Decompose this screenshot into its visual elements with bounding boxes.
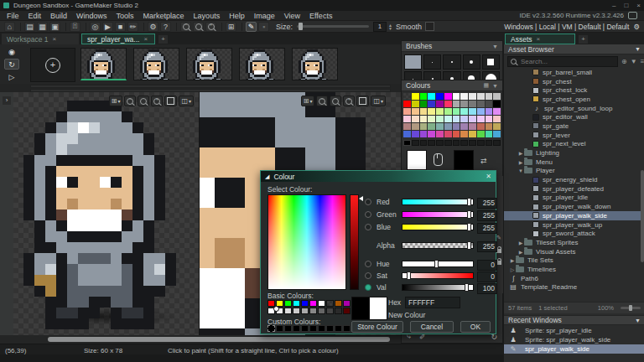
zoom-in-button[interactable]: + (151, 96, 163, 106)
custom-swatch-slot[interactable] (444, 140, 452, 146)
menu-item-view[interactable]: View (284, 12, 300, 20)
palette-swatch[interactable] (493, 108, 501, 115)
slider-handle[interactable] (467, 223, 471, 231)
basic-colour-swatch[interactable] (318, 300, 325, 307)
close-dialog-button[interactable]: ✕ (486, 173, 491, 180)
palette-swatch[interactable] (412, 93, 419, 100)
tab-workspace[interactable]: Workspace 1× (2, 34, 79, 44)
palette-swatch[interactable] (436, 101, 444, 107)
palette-swatch[interactable] (436, 108, 444, 115)
open-project-button[interactable]: ▦ (37, 22, 48, 32)
tree-item-spr_player_defeated[interactable]: spr_player_defeated (504, 184, 644, 194)
colour-dialog-titlebar[interactable]: ◢ Colour ✕ (261, 171, 496, 182)
palette-swatch[interactable] (486, 123, 493, 130)
palette-swatch[interactable] (453, 108, 460, 115)
palette-swatch[interactable] (428, 93, 435, 100)
custom-colour-slots[interactable] (402, 139, 502, 147)
custom-swatch-slot[interactable] (420, 140, 428, 146)
palette-swatch[interactable] (453, 101, 460, 107)
basic-colour-swatch[interactable] (343, 308, 351, 314)
frame-thumbnail[interactable] (292, 48, 338, 80)
colours-panel-header[interactable]: Colours ▦ ▼ (402, 80, 502, 91)
menu-item-edit[interactable]: Edit (29, 12, 42, 20)
zoom-in-button[interactable]: + (343, 96, 355, 106)
channel-slider[interactable] (402, 224, 474, 230)
minimize-button[interactable]: – (612, 2, 615, 9)
recent-windows-header[interactable]: Recent Windows▼ (504, 315, 644, 325)
smooth-checkbox[interactable] (425, 22, 434, 31)
tree-item-tile sets[interactable]: ▶Tile Sets (504, 256, 644, 265)
chevron-down-icon[interactable]: ▼ (492, 44, 498, 49)
tree-item-spr_player_idle[interactable]: spr_player_idle (504, 194, 644, 203)
palette-swatch[interactable] (469, 108, 476, 115)
zoom-reset-button[interactable] (330, 96, 341, 106)
home-button[interactable]: ⌂ (4, 22, 15, 32)
palette-swatch[interactable] (420, 93, 428, 100)
slider-handle[interactable] (467, 210, 471, 219)
palette-swatch[interactable] (403, 116, 411, 122)
custom-colour-slot[interactable] (309, 325, 317, 332)
channel-radio[interactable] (365, 261, 371, 267)
palette-swatch[interactable] (486, 93, 493, 100)
menu-item-file[interactable]: File (7, 12, 19, 20)
palette-swatch[interactable] (469, 93, 476, 100)
filter-icon[interactable]: ▼ (631, 58, 637, 65)
tree-item-menu[interactable]: ▶Menu (504, 158, 644, 167)
tree-item-spr_sword_attack[interactable]: spr_sword_attack (504, 229, 644, 238)
custom-swatch-slot[interactable] (412, 140, 419, 146)
maximize-button[interactable]: □ (624, 2, 628, 9)
tree-item-player[interactable]: ▼Player (504, 167, 644, 176)
slider-handle[interactable] (407, 272, 411, 280)
palette-swatch[interactable] (493, 93, 501, 100)
palette-swatch[interactable] (412, 131, 419, 137)
palette-swatch[interactable] (453, 123, 460, 130)
channel-value[interactable]: 100 (477, 283, 497, 294)
recent-window-item[interactable]: ♟Sprite: spr_player_walk_side (504, 335, 644, 344)
palette-swatch[interactable] (428, 108, 435, 115)
tree-item-path6[interactable]: ∫Path6 (504, 274, 644, 283)
channel-slider[interactable] (402, 242, 474, 249)
canvas-view-left[interactable]: ⊞▾ − + ◫▾ (13, 92, 199, 335)
palette-menu-icon[interactable]: ▦ (483, 82, 489, 89)
fit-view-button[interactable] (164, 96, 177, 106)
palette-swatch[interactable] (469, 101, 476, 107)
palette-swatch[interactable] (444, 131, 452, 137)
zoom-out-button[interactable]: − (180, 22, 191, 32)
new-sidebar-tab-button[interactable]: + (579, 35, 588, 44)
basic-colours-row[interactable] (267, 308, 351, 314)
palette-swatch[interactable] (403, 131, 411, 137)
tree-item-spr_editor_wall[interactable]: spr_editor_wall (504, 112, 644, 122)
menu-item-image[interactable]: Image (254, 12, 275, 20)
custom-swatch-slot[interactable] (493, 140, 501, 146)
palette-swatch[interactable] (486, 116, 493, 122)
zoom-in-button[interactable]: + (205, 22, 216, 32)
clean-button[interactable]: ✏ (127, 22, 138, 32)
loop-playback-icon[interactable]: ↻ (4, 59, 19, 70)
tree-item-spr_lever[interactable]: spr_lever (504, 131, 644, 140)
custom-swatch-slot[interactable] (428, 140, 435, 146)
basic-colour-swatch[interactable] (335, 300, 342, 307)
palette-swatch[interactable] (436, 131, 444, 137)
palette-swatch[interactable] (420, 131, 428, 137)
expand-panel-button[interactable]: › (3, 96, 11, 105)
search-input[interactable] (519, 57, 615, 66)
palette-swatch[interactable] (493, 131, 501, 137)
custom-swatch-slot[interactable] (477, 140, 485, 146)
palette-swatch[interactable] (486, 108, 493, 115)
brush-size-stepper[interactable]: ▲▼ (388, 23, 392, 30)
frame-thumbnail[interactable] (80, 48, 127, 80)
custom-colour-slot[interactable] (326, 325, 334, 332)
palette-swatch[interactable] (460, 131, 468, 137)
tree-item-spr_chest_lock[interactable]: spr_chest_lock (504, 85, 644, 95)
frame-thumbnail[interactable] (186, 48, 232, 80)
channel-value[interactable]: 0 (477, 272, 497, 282)
basic-colour-swatch[interactable] (284, 308, 292, 314)
chevron-right-icon[interactable]: ▶ (517, 150, 524, 156)
channel-value[interactable]: 255 (477, 210, 497, 221)
brushes-panel-header[interactable]: Brushes▼ (402, 41, 502, 52)
tree-scrollbar[interactable] (641, 170, 644, 262)
tree-item-spr_player_walk_down[interactable]: spr_player_walk_down (504, 202, 644, 211)
palette-swatch[interactable] (469, 131, 476, 137)
palette-swatch[interactable] (428, 131, 435, 137)
frame-thumbnail[interactable] (133, 48, 179, 80)
